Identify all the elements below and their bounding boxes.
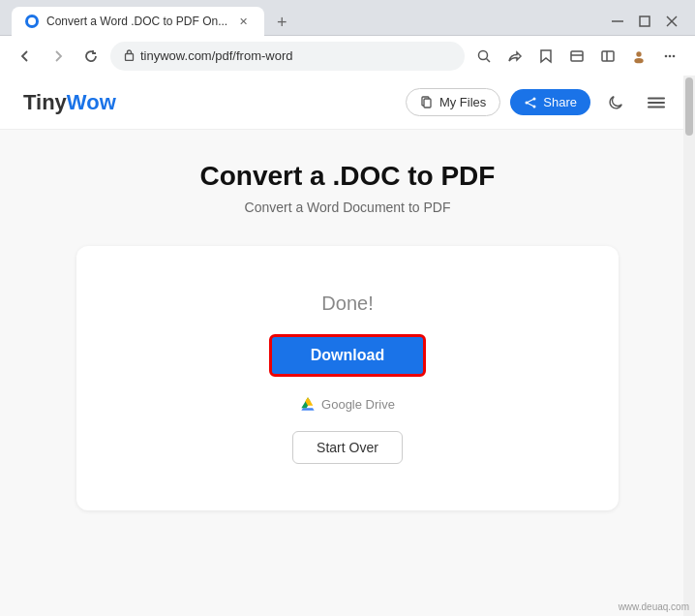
bookmark-icon-btn[interactable] <box>532 43 559 70</box>
svg-line-7 <box>487 58 491 62</box>
logo-tiny: Tiny <box>23 90 67 114</box>
site-navbar: TinyWow My Files Share <box>0 76 695 130</box>
files-icon <box>420 96 434 109</box>
site-logo: TinyWow <box>23 90 116 115</box>
svg-rect-27 <box>648 106 665 108</box>
share-button[interactable]: Share <box>510 89 590 115</box>
svg-marker-8 <box>541 50 551 62</box>
main-content: Convert a .DOC to PDF Convert a Word Doc… <box>0 130 695 541</box>
title-bar: Convert a Word .DOC to PDF On... ✕ + <box>0 0 695 35</box>
page-subtitle: Convert a Word Document to PDF <box>245 200 451 215</box>
search-icon-btn[interactable] <box>470 43 498 70</box>
svg-line-23 <box>527 99 534 103</box>
active-tab[interactable]: Convert a Word .DOC to PDF On... ✕ <box>12 7 264 36</box>
window-controls <box>606 10 683 33</box>
svg-point-0 <box>28 17 36 25</box>
nav-actions: My Files Share <box>406 87 672 118</box>
minimize-button[interactable] <box>606 10 629 33</box>
lock-icon <box>124 47 135 65</box>
page-title: Convert a .DOC to PDF <box>200 161 496 192</box>
tab-bar: Convert a Word .DOC to PDF On... ✕ + <box>12 7 606 36</box>
new-tab-button[interactable]: + <box>268 9 295 36</box>
watermark: www.deuaq.com <box>619 601 689 612</box>
svg-rect-19 <box>424 99 431 108</box>
svg-point-13 <box>636 51 641 56</box>
svg-rect-2 <box>640 16 650 26</box>
toolbar-icons <box>470 43 683 70</box>
tab-title: Convert a Word .DOC to PDF On... <box>46 15 227 28</box>
svg-rect-25 <box>648 97 665 99</box>
media-icon-btn[interactable] <box>563 43 590 70</box>
share-icon <box>524 96 537 109</box>
hamburger-menu-button[interactable] <box>641 87 672 118</box>
svg-point-15 <box>665 54 668 57</box>
svg-point-16 <box>669 54 672 57</box>
site-wrapper: TinyWow My Files Share <box>0 76 695 616</box>
tool-card: Done! Download Google Drive Start Over <box>76 246 619 510</box>
google-drive-icon <box>300 396 316 412</box>
sidebar-icon-btn[interactable] <box>594 43 621 70</box>
tab-favicon <box>25 15 39 28</box>
url-text: tinywow.com/pdf/from-word <box>140 48 451 63</box>
logo-wow: Wow <box>67 90 116 114</box>
scroll-thumb[interactable] <box>685 77 693 136</box>
forward-button[interactable] <box>45 43 72 70</box>
scroll-track[interactable] <box>683 76 695 616</box>
start-over-button[interactable]: Start Over <box>292 431 403 464</box>
share-icon-btn[interactable] <box>501 43 529 70</box>
reload-button[interactable] <box>77 43 105 70</box>
page-content: TinyWow My Files Share <box>0 76 695 616</box>
svg-rect-5 <box>126 53 134 60</box>
svg-rect-26 <box>648 102 665 104</box>
profile-icon-btn[interactable] <box>625 43 652 70</box>
maximize-button[interactable] <box>633 10 656 33</box>
url-bar[interactable]: tinywow.com/pdf/from-word <box>110 42 465 71</box>
svg-point-6 <box>479 50 488 59</box>
address-bar: tinywow.com/pdf/from-word <box>0 35 695 76</box>
download-button[interactable]: Download <box>269 334 426 377</box>
tab-close-button[interactable]: ✕ <box>235 14 251 29</box>
google-drive-link[interactable]: Google Drive <box>300 396 395 412</box>
menu-icon-btn[interactable] <box>656 43 683 70</box>
svg-point-17 <box>673 54 676 57</box>
close-window-button[interactable] <box>660 10 683 33</box>
done-text: Done! <box>321 293 373 315</box>
my-files-button[interactable]: My Files <box>406 88 500 116</box>
svg-rect-9 <box>571 51 583 61</box>
google-drive-label: Google Drive <box>321 397 395 412</box>
back-button[interactable] <box>12 43 39 70</box>
dark-mode-button[interactable] <box>600 87 631 118</box>
svg-point-14 <box>634 58 643 63</box>
svg-rect-11 <box>602 51 614 61</box>
svg-line-24 <box>527 103 534 107</box>
